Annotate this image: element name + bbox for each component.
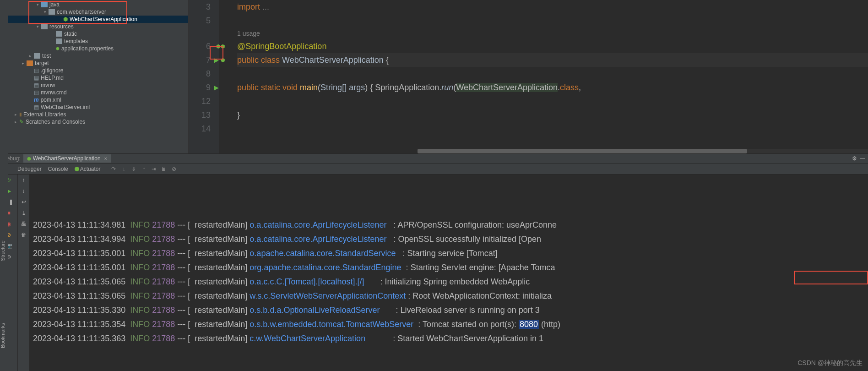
project-tree-pane[interactable]: ▾java▾com.webchartserver⬢WebChartServerA…: [0, 0, 189, 153]
code-line[interactable]: public static void main(String[] args) {…: [237, 81, 868, 94]
tree-item-templates[interactable]: templates: [8, 38, 188, 45]
file-icon: ▤: [34, 82, 39, 88]
actuator-tab[interactable]: Actuator: [75, 166, 101, 172]
gutter-highlight-box: [210, 46, 223, 60]
editor-code[interactable]: import ...1 usage@SpringBootApplicationp…: [219, 0, 868, 153]
debugger-tab[interactable]: Debugger: [17, 166, 42, 172]
console-area: ↻ ▶ ❚❚ ■ ◉ ⊘ 📷 ⚙ ↑ ↓ ↩ ⤓ 🖶 🗑 2023-04-13 …: [0, 175, 868, 371]
step-out-icon[interactable]: ↑: [141, 166, 147, 172]
expand-arrow-icon[interactable]: ▾: [43, 10, 47, 14]
code-line[interactable]: 1 usage: [237, 27, 868, 39]
bookmarks-tool[interactable]: Bookmarks: [0, 323, 5, 348]
tree-item-help-md[interactable]: ▤HELP.md: [8, 74, 188, 82]
maven-icon: m: [34, 97, 39, 103]
tree-item--gitignore[interactable]: ▤.gitignore: [8, 67, 188, 74]
tree-label: WebChartServer.iml: [41, 104, 90, 110]
tree-label: java: [49, 1, 60, 8]
log-line: 2023-04-13 11:11:34.994 INFO 21788 --- […: [33, 232, 864, 246]
editor-pane[interactable]: 356⬢⬢7▶⬢89▶121314 import ...1 usage@Spri…: [189, 0, 868, 153]
folder-icon: [56, 31, 62, 37]
tree-item-mvnw-cmd[interactable]: ▤mvnw.cmd: [8, 89, 188, 96]
code-line[interactable]: }: [237, 108, 868, 122]
log-line: 2023-04-13 11:11:35.065 INFO 21788 --- […: [33, 275, 864, 289]
code-line[interactable]: import ...: [237, 0, 868, 14]
console-mini-toolbar: ↑ ↓ ↩ ⤓ 🖶 🗑: [17, 175, 29, 371]
expand-arrow-icon[interactable]: ▸: [21, 61, 25, 65]
code-line[interactable]: public class WebChartServerApplication {: [237, 53, 868, 67]
up-arrow-icon[interactable]: ↑: [20, 176, 27, 184]
expand-arrow-icon[interactable]: ▸: [14, 120, 17, 124]
tree-label: test: [42, 53, 51, 59]
tree-label: static: [64, 31, 77, 37]
tree-item-resources[interactable]: ▾resources: [8, 23, 188, 30]
debug-run-tab[interactable]: ⬢ WebChartServerApplication ×: [23, 154, 111, 163]
close-icon[interactable]: ×: [104, 156, 107, 161]
code-line[interactable]: [237, 67, 868, 81]
tree-item-webchartserver-iml[interactable]: ▤WebChartServer.iml: [8, 104, 188, 111]
file-icon: ▤: [34, 67, 39, 74]
tree-label: WebChartServerApplication: [70, 16, 137, 22]
step-over-icon[interactable]: ↷: [110, 166, 117, 172]
horizontal-scrollbar[interactable]: [418, 149, 868, 153]
left-tool-sidebar[interactable]: Structure Bookmarks: [0, 0, 8, 371]
tree-item-pom-xml[interactable]: mpom.xml: [8, 96, 188, 104]
force-step-icon[interactable]: ⇓: [130, 166, 137, 172]
settings-icon[interactable]: ⚙: [852, 155, 857, 162]
code-line[interactable]: [237, 94, 868, 108]
tree-item-webchartserverapplication[interactable]: ⬢WebChartServerApplication: [8, 16, 188, 23]
tree-item-scratches-and-consoles[interactable]: ▸✎Scratches and Consoles: [8, 118, 188, 125]
run-gutter-icon[interactable]: ▶: [214, 81, 219, 94]
console-tab[interactable]: Console: [48, 166, 68, 172]
scratch-icon: ✎: [19, 119, 24, 125]
tree-item-com-webchartserver[interactable]: ▾com.webchartserver: [8, 8, 188, 16]
tree-item-external-libraries[interactable]: ▸⫴External Libraries: [8, 111, 188, 118]
expand-arrow-icon[interactable]: ▸: [28, 54, 32, 58]
file-icon: ▤: [34, 89, 39, 96]
tree-label: mvnw: [41, 82, 55, 88]
code-line[interactable]: [237, 122, 868, 136]
tree-label: pom.xml: [41, 97, 61, 103]
tree-item-java[interactable]: ▾java: [8, 1, 188, 8]
scrollbar-thumb[interactable]: [418, 149, 747, 153]
tree-item-test[interactable]: ▸test: [8, 52, 188, 60]
folder-icon: [34, 53, 40, 59]
run-to-cursor-icon[interactable]: ⇥: [151, 166, 157, 172]
tree-label: HELP.md: [41, 75, 64, 81]
port-highlight-box: [794, 271, 868, 284]
tree-label: resources: [49, 23, 74, 30]
tree-label: application.properties: [61, 45, 114, 52]
tree-item-application-properties[interactable]: ⬢application.properties: [8, 45, 188, 52]
log-line: 2023-04-13 11:11:35.363 INFO 21788 --- […: [33, 332, 864, 346]
expand-arrow-icon[interactable]: ▾: [36, 24, 39, 29]
structure-tool[interactable]: Structure: [0, 240, 5, 261]
step-into-icon[interactable]: ↓: [120, 166, 127, 172]
down-arrow-icon[interactable]: ↓: [20, 187, 27, 195]
scroll-end-icon[interactable]: ⤓: [20, 209, 27, 217]
expand-arrow-icon[interactable]: ▾: [36, 2, 39, 7]
console-output[interactable]: 2023-04-13 11:11:34.981 INFO 21788 --- […: [29, 175, 868, 371]
tree-label: Scratches and Consoles: [26, 119, 85, 125]
tree-item-mvnw[interactable]: ▤mvnw: [8, 82, 188, 89]
tree-label: com.webchartserver: [57, 9, 106, 15]
print-icon[interactable]: 🖶: [20, 220, 27, 228]
code-line[interactable]: [237, 14, 868, 27]
code-line[interactable]: @SpringBootApplication: [237, 39, 868, 53]
trace-icon[interactable]: ⊘: [171, 166, 177, 172]
log-line: 2023-04-13 11:11:35.001 INFO 21788 --- […: [33, 246, 864, 261]
watermark: CSDN @神秘的高先生: [797, 359, 863, 367]
tree-label: mvnw.cmd: [41, 89, 67, 96]
editor-gutter: 356⬢⬢7▶⬢89▶121314: [189, 0, 219, 153]
tree-item-target[interactable]: ▸target: [8, 60, 188, 67]
expand-arrow-icon[interactable]: ▸: [14, 112, 17, 117]
debug-toolwindow-header: Debug: ⬢ WebChartServerApplication × ⚙ —: [0, 153, 868, 164]
folder-icon: [56, 38, 62, 44]
tree-label: target: [35, 60, 49, 66]
evaluate-icon[interactable]: 🖩: [161, 166, 167, 172]
tree-label: templates: [64, 38, 88, 44]
minimize-icon[interactable]: —: [860, 155, 865, 162]
tree-item-static[interactable]: static: [8, 30, 188, 38]
soft-wrap-icon[interactable]: ↩: [20, 198, 27, 206]
file-icon: ▤: [34, 75, 39, 81]
clear-icon[interactable]: 🗑: [20, 231, 27, 239]
folder-icon: [41, 2, 48, 7]
